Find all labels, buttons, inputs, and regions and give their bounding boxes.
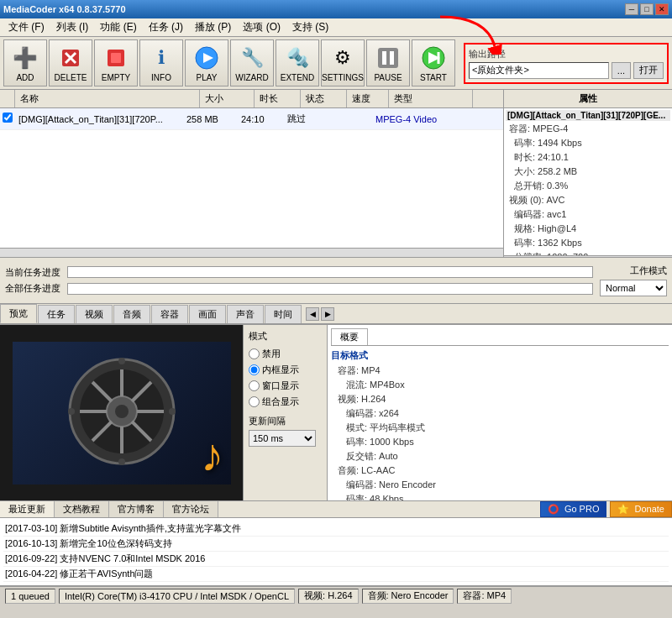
file-list-header: 名称 大小 时长 状态 速度 类型 [0, 90, 503, 108]
news-tab-blog[interactable]: 官方博客 [109, 501, 164, 517]
donate-label: Donate [635, 504, 664, 514]
news-date-1: [2016-10-13] [5, 538, 57, 548]
menu-function[interactable]: 功能 (E) [95, 18, 141, 36]
current-progress-label: 当前任务进度 [5, 266, 60, 279]
info-icon: ℹ [148, 45, 175, 71]
summary-video: 视频: H.264 [331, 392, 669, 406]
wizard-button[interactable]: 🔧 WIZARD [230, 39, 274, 86]
summary-mux: 混流: MP4Box [331, 378, 669, 392]
output-path-input[interactable] [469, 62, 609, 79]
list-item: [2016-04-22] 修正若干AVISynth问题 [3, 567, 669, 582]
svg-rect-9 [390, 51, 394, 65]
mode-window[interactable]: 窗口显示 [249, 380, 322, 392]
mode-combined[interactable]: 组合显示 [249, 395, 322, 408]
tab-task[interactable]: 任务 [38, 305, 75, 323]
close-button[interactable]: ✕ [655, 3, 669, 15]
news-text-0: 新增Subtitle Avisynth插件,支持蓝光字幕文件 [60, 523, 241, 533]
news-tab-latest[interactable]: 最近更新 [0, 501, 55, 517]
file-list: 名称 大小 时长 状态 速度 类型 [DMG][Attack_on_Titan]… [0, 90, 504, 257]
menu-task[interactable]: 任务 (J) [144, 18, 188, 36]
tab-summary[interactable]: 概要 [331, 328, 368, 345]
minimize-button[interactable]: ─ [625, 3, 638, 15]
output-path-box: 输出路径 ... 打开 [464, 43, 669, 84]
properties-header: 属性 [504, 90, 672, 108]
menu-support[interactable]: 支持 (S) [287, 18, 333, 36]
update-interval-select[interactable]: 150 ms [249, 430, 316, 447]
prop-filesize: 大小: 258.2 MB [506, 165, 670, 179]
news-tab-forum[interactable]: 官方论坛 [164, 501, 218, 517]
news-content: [2017-03-10] 新增Subtitle Avisynth插件,支持蓝光字… [0, 518, 672, 585]
cell-type: MPEG-4 Video [372, 113, 456, 126]
settings-icon: ⚙ [329, 45, 356, 71]
tab-video[interactable]: 视频 [76, 305, 113, 323]
svg-rect-8 [382, 51, 386, 65]
summary-container: 容器: MP4 [331, 364, 669, 378]
col-header-type: 类型 [389, 90, 473, 107]
pause-button[interactable]: PAUSE [366, 39, 410, 86]
tab-audio[interactable]: 音频 [113, 305, 150, 323]
donate-star-icon: ⭐ [617, 504, 629, 514]
col-header-duration: 时长 [255, 90, 301, 107]
properties-panel: 属性 [DMG][Attack_on_Titan][31][720P][GE..… [504, 90, 672, 257]
props-scrollbar-h[interactable] [504, 255, 672, 257]
menu-bar: 文件 (F) 列表 (I) 功能 (E) 任务 (J) 播放 (P) 选项 (O… [0, 18, 672, 37]
svg-point-29 [169, 408, 176, 415]
col-header-size: 大小 [200, 90, 255, 107]
prop-overhead: 总开销: 0.3% [506, 179, 670, 193]
browse-button[interactable]: ... [612, 62, 631, 79]
mode-combined-label: 组合显示 [262, 395, 299, 408]
info-button[interactable]: ℹ INFO [139, 39, 183, 86]
start-icon [420, 45, 447, 71]
add-icon: ➕ [12, 45, 39, 71]
summary-deinterlace: 反交错: Auto [331, 449, 669, 464]
tabs-area: 预览 任务 视频 音频 容器 画面 声音 时间 ◀ ▶ [0, 304, 672, 325]
status-container: 容器: MP4 [457, 589, 512, 604]
play-button[interactable]: PLAY [185, 39, 228, 86]
status-queued: 1 queued [5, 589, 55, 604]
target-format-title: 目标格式 [331, 349, 669, 362]
tab-picture[interactable]: 画面 [189, 305, 226, 323]
cell-status: 跳过 [284, 111, 330, 127]
summary-audio-bitrate: 码率: 48 Kbps [331, 492, 669, 500]
empty-button[interactable]: EMPTY [94, 39, 138, 86]
open-folder-button[interactable]: 打开 [633, 62, 664, 79]
menu-file[interactable]: 文件 (F) [3, 18, 50, 36]
menu-options[interactable]: 选项 (O) [238, 18, 286, 36]
donate-button[interactable]: ⭐ Donate [610, 501, 672, 517]
summary-audio: 音频: LC-AAC [331, 464, 669, 478]
list-item: [2016-09-22] 支持NVENC 7.0和Intel MSDK 2016 [3, 552, 669, 567]
total-progress-bar [67, 283, 593, 295]
news-date-2: [2016-09-22] [5, 553, 57, 563]
maximize-button[interactable]: □ [640, 3, 654, 15]
work-mode-select[interactable]: Normal [600, 280, 667, 296]
tab-next-button[interactable]: ▶ [321, 307, 334, 321]
title-bar: MediaCoder x64 0.8.37.5770 ─ □ ✕ [0, 0, 672, 18]
tab-prev-button[interactable]: ◀ [306, 307, 319, 321]
summary-video-mode: 模式: 平均码率模式 [331, 421, 669, 435]
col-header-speed: 速度 [347, 90, 389, 107]
news-tab-docs[interactable]: 文档教程 [55, 501, 109, 517]
menu-play[interactable]: 播放 (P) [190, 18, 236, 36]
add-button[interactable]: ➕ ADD [3, 39, 47, 86]
svg-point-17 [115, 405, 129, 418]
tab-time[interactable]: 时间 [265, 305, 302, 323]
tab-sound[interactable]: 声音 [227, 305, 264, 323]
mode-disabled[interactable]: 禁用 [249, 348, 322, 360]
tab-container[interactable]: 容器 [151, 305, 188, 323]
summary-panel: 概要 目标格式 容器: MP4 混流: MP4Box 视频: H.264 编码器… [328, 325, 672, 500]
total-progress-label: 全部任务进度 [5, 282, 60, 295]
settings-button[interactable]: ⚙ SETTINGS [321, 39, 365, 86]
row-checkbox[interactable] [0, 113, 15, 125]
news-date-0: [2017-03-10] [5, 523, 57, 533]
file-list-scrollbar-h[interactable] [0, 248, 503, 257]
tab-preview[interactable]: 预览 [0, 304, 37, 323]
extend-button[interactable]: 🔩 EXTEND [276, 39, 319, 86]
table-row[interactable]: [DMG][Attack_on_Titan][31][720P... 258 M… [0, 108, 503, 130]
start-button[interactable]: START [412, 39, 455, 86]
menu-list[interactable]: 列表 (I) [51, 18, 94, 36]
mode-window-label: 窗口显示 [262, 380, 299, 392]
delete-button[interactable]: DELETE [49, 39, 92, 86]
film-reel-container [67, 357, 176, 469]
mode-inner[interactable]: 内框显示 [249, 364, 322, 376]
gopro-button[interactable]: ⭕ Go PRO [540, 501, 607, 517]
